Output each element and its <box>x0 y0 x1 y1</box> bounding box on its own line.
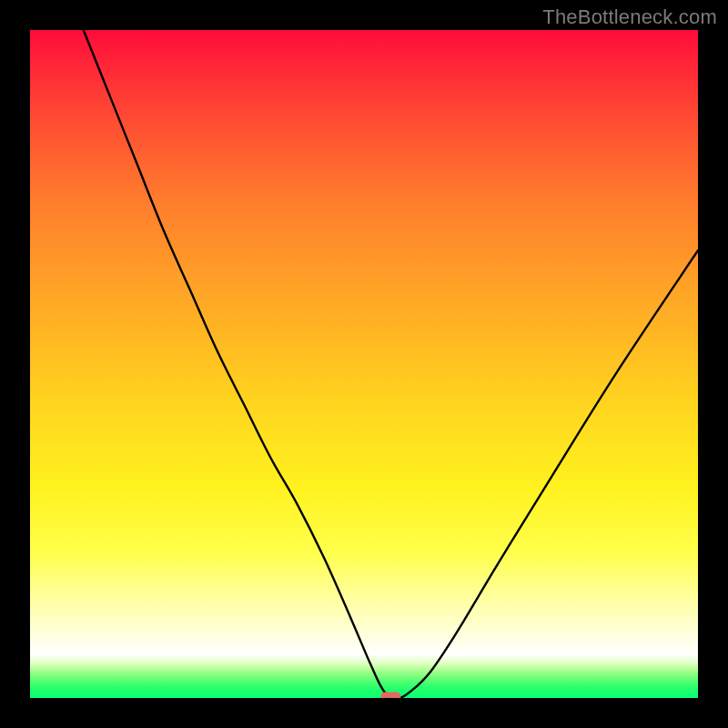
chart-svg <box>30 30 698 698</box>
plot-area <box>30 30 698 698</box>
attribution-label: TheBottleneck.com <box>542 5 717 29</box>
bottleneck-curve <box>84 30 698 698</box>
optimal-marker <box>380 693 400 699</box>
chart-frame: TheBottleneck.com <box>0 0 728 728</box>
